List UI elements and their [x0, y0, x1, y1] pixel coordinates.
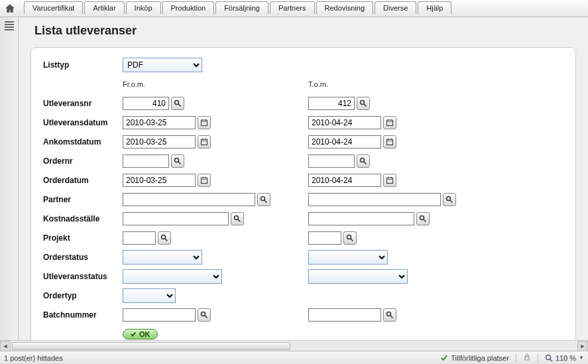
tab-diverse[interactable]: Diverse: [375, 1, 416, 14]
left-rail: [0, 17, 19, 340]
lookup-icon[interactable]: [343, 231, 357, 245]
check-shield-icon: [440, 354, 448, 362]
utleveransdatum-from-input[interactable]: [123, 116, 196, 129]
ordernr-to-input[interactable]: [308, 154, 355, 168]
label-to: T.o.m.: [308, 80, 328, 88]
status-bar: 1 post(er) hittades Tillförlitliga plats…: [0, 351, 588, 364]
page-title: Lista utleveranser: [34, 24, 576, 38]
horizontal-scrollbar[interactable]: ◄ ►: [0, 340, 588, 351]
protected-mode-icon: [523, 353, 531, 363]
orderdatum-to-input[interactable]: [308, 174, 381, 187]
svg-line-35: [450, 200, 453, 203]
kostnadsstalle-to-input[interactable]: [308, 212, 414, 225]
calendar-icon[interactable]: [383, 116, 396, 129]
partner-to-input[interactable]: [308, 193, 441, 206]
label-listtyp: Listtyp: [43, 60, 123, 70]
ordernr-from-input[interactable]: [123, 154, 169, 168]
orderstatus-from-select[interactable]: [123, 250, 202, 265]
page-content: Lista utleveranser Listtyp PDF Fr.o.m. T…: [19, 17, 588, 340]
scroll-left-arrow[interactable]: ◄: [0, 341, 11, 351]
ok-button[interactable]: OK: [123, 329, 158, 339]
utleveransstatus-from-select[interactable]: [123, 269, 222, 284]
tab-forsaljning[interactable]: Försäljning: [215, 1, 268, 14]
lookup-icon[interactable]: [171, 154, 184, 168]
tab-hjalp[interactable]: Hjälp: [418, 1, 451, 14]
calendar-icon[interactable]: [198, 116, 211, 129]
svg-line-33: [265, 200, 267, 203]
tab-inkop[interactable]: Inköp: [126, 1, 161, 14]
svg-line-39: [424, 219, 426, 222]
partner-from-input[interactable]: [123, 193, 255, 206]
ankomstdatum-from-input[interactable]: [123, 135, 196, 149]
utleveransnr-to-input[interactable]: [308, 97, 355, 110]
ok-button-label: OK: [139, 330, 150, 338]
label-kostnadsstalle: Kostnadsställe: [43, 214, 123, 223]
lookup-icon[interactable]: [231, 212, 244, 225]
label-ordernr: Ordernr: [43, 156, 123, 166]
lookup-icon[interactable]: [158, 231, 171, 245]
label-ordertyp: Ordertyp: [43, 291, 123, 300]
batchnummer-from-input[interactable]: [123, 308, 196, 322]
trusted-label: Tillförlitliga platser: [451, 354, 509, 362]
svg-line-47: [390, 316, 393, 318]
home-icon[interactable]: [4, 3, 16, 15]
label-from: Fr.o.m.: [123, 80, 145, 88]
svg-point-34: [447, 197, 451, 201]
scroll-thumb[interactable]: [12, 342, 290, 350]
tab-varucertifikat[interactable]: Varucertifikat: [24, 1, 83, 14]
svg-point-22: [361, 158, 365, 162]
calendar-icon[interactable]: [198, 174, 211, 187]
svg-rect-16: [387, 139, 393, 145]
lookup-icon[interactable]: [171, 97, 184, 110]
tab-artiklar[interactable]: Artiklar: [84, 1, 124, 14]
lookup-icon[interactable]: [416, 212, 430, 225]
scroll-right-arrow[interactable]: ►: [577, 341, 588, 351]
projekt-from-input[interactable]: [123, 231, 156, 245]
tab-redovisning[interactable]: Redovisning: [316, 1, 374, 14]
svg-point-44: [202, 312, 206, 316]
zoom-dropdown-icon[interactable]: ▼: [579, 355, 584, 361]
svg-point-0: [175, 101, 179, 105]
ordertyp-select[interactable]: [123, 288, 176, 303]
svg-line-43: [351, 239, 353, 241]
svg-line-37: [238, 219, 241, 222]
main-tabs: Varucertifikat Artiklar Inköp Produktion…: [24, 1, 451, 14]
listtyp-select[interactable]: PDF: [123, 58, 202, 72]
calendar-icon[interactable]: [383, 135, 396, 149]
menu-icon[interactable]: [5, 21, 14, 23]
tab-partners[interactable]: Partners: [270, 1, 315, 14]
svg-line-3: [364, 104, 367, 107]
svg-point-38: [420, 216, 424, 220]
calendar-icon[interactable]: [198, 135, 211, 149]
lookup-icon[interactable]: [357, 97, 370, 110]
svg-line-1: [178, 104, 181, 107]
label-ankomstdatum: Ankomstdatum: [43, 137, 123, 147]
ankomstdatum-to-input[interactable]: [308, 135, 381, 149]
lookup-icon[interactable]: [198, 308, 211, 322]
svg-rect-24: [202, 178, 207, 183]
svg-point-42: [347, 235, 351, 239]
zoom-control[interactable]: 110 % ▼: [545, 354, 584, 362]
utleveransnr-from-input[interactable]: [123, 97, 169, 110]
orderstatus-to-select[interactable]: [308, 250, 388, 265]
lookup-icon[interactable]: [357, 154, 370, 168]
svg-line-41: [165, 239, 168, 241]
batchnummer-to-input[interactable]: [308, 308, 381, 322]
svg-line-23: [364, 162, 367, 164]
svg-point-32: [261, 197, 265, 201]
utleveransstatus-to-select[interactable]: [308, 269, 408, 284]
zoom-value: 110 %: [556, 354, 576, 362]
orderdatum-from-input[interactable]: [123, 174, 196, 187]
kostnadsstalle-from-input[interactable]: [123, 212, 229, 225]
svg-point-40: [162, 235, 166, 239]
label-utleveransnr: Utleveransnr: [43, 99, 123, 108]
lookup-icon[interactable]: [443, 193, 456, 206]
lookup-icon[interactable]: [383, 308, 396, 322]
calendar-icon[interactable]: [383, 174, 396, 187]
svg-line-21: [178, 162, 181, 164]
lookup-icon[interactable]: [257, 193, 270, 206]
utleveransdatum-to-input[interactable]: [308, 116, 381, 129]
form-panel: Listtyp PDF Fr.o.m. T.o.m. Utleveransnr: [30, 47, 576, 340]
projekt-to-input[interactable]: [308, 231, 341, 245]
tab-produktion[interactable]: Produktion: [162, 1, 215, 14]
